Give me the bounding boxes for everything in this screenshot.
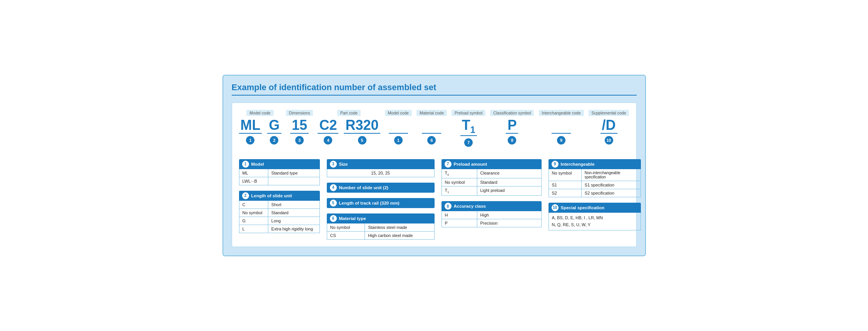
bubble-sm-4: 4 [330, 184, 337, 191]
label-model-code-1: Model code [246, 110, 273, 116]
code-group-material-code: Material code 6 [416, 110, 447, 144]
cell-P-row: P [442, 219, 477, 227]
table-track-rail-length: 5 Length of track rail (320 mm) [327, 198, 435, 208]
label-dimensions: Dimensions [286, 110, 313, 116]
special-spec-text: A, BS, D, E, HB, I , LR, MN N, Q, RE, S,… [549, 213, 641, 230]
bubble-sm-2: 2 [242, 192, 249, 199]
cell-Long: Long [268, 217, 319, 225]
bubble-sm-9: 9 [552, 161, 559, 168]
code-group-supplemental: Supplemental code /D 10 [589, 110, 629, 144]
bubble-5: 5 [358, 136, 366, 144]
table-interchangeable: 9 Interchangeable No symbol Non-intercha… [549, 159, 641, 197]
bubble-sm-10: 10 [552, 204, 559, 211]
table-body-accuracy-class: H High P Precision [442, 211, 542, 227]
code-text-15: 15 [290, 118, 309, 134]
table-header-size: 3 Size [327, 159, 435, 169]
table-header-accuracy-class: 8 Accuracy class [442, 201, 542, 211]
label-preload-symbol: Preload symbol [452, 110, 485, 116]
bubble-1a: 1 [246, 136, 254, 144]
label-supplemental-code: Supplemental code [589, 110, 629, 116]
cell-C: C [239, 201, 268, 208]
table-header-material-type: 6 Material type [327, 213, 435, 223]
code-group-part-code: Part code C2 4 R320 5 [318, 110, 380, 144]
table-header-num-slide-unit: 4 Number of slide unit (2) [327, 183, 435, 193]
code-char-blank1: 1 [389, 118, 408, 144]
table-row: T1 Light preload [442, 187, 541, 195]
spec-line1: A, BS, D, E, HB, I , LR, MN [552, 215, 637, 222]
code-group-model2: Model code 1 [385, 110, 412, 144]
cell-high-carbon: High carbon steel made [365, 232, 434, 239]
bubble-sm-8: 8 [445, 203, 452, 210]
code-char-R320: R320 5 [344, 118, 380, 144]
cell-S2-spec: S2 specification [582, 189, 641, 197]
table-row: G Long [239, 217, 319, 225]
cell-CS: CS [327, 232, 365, 239]
table-title-size: Size [339, 162, 348, 166]
table-body-material-type: No symbol Stainless steel made CS High c… [327, 223, 435, 240]
cell-High: High [477, 211, 541, 219]
bubble-4: 4 [324, 136, 332, 144]
table-cell-LWLB: LWL···B [239, 177, 268, 185]
code-group-preload: Preload symbol T1 7 [452, 110, 485, 147]
table-row: S1 S1 specification [549, 181, 641, 189]
code-text-C2: C2 [318, 118, 338, 134]
tables-section: 1 Model ML Standard type LWL···B [239, 159, 629, 240]
table-header-model: 1 Model [239, 159, 320, 169]
table-row: L Extra high rigidity long [239, 225, 319, 233]
table-body-interchangeable: No symbol Non-interchangeable specificat… [549, 169, 641, 197]
bubble-9: 9 [557, 136, 565, 144]
label-part-code: Part code [337, 110, 361, 116]
code-text-blank1 [389, 118, 408, 134]
bubble-sm-6: 6 [330, 215, 337, 222]
code-char-ML: ML 1 [239, 118, 262, 144]
table-body-size: 15, 20, 25 [327, 169, 435, 177]
table-header-preload-amount: 7 Preload amount [442, 159, 542, 169]
label-model-code-2: Model code [385, 110, 412, 116]
table-row: H High [442, 211, 541, 219]
header-section: Model code ML 1 G 2 Dimensions [239, 110, 629, 150]
code-char-15: 15 3 [290, 118, 309, 144]
table-special-spec: 10 Special specification A, BS, D, E, HB… [549, 203, 641, 230]
cell-size-value: 15, 20, 25 [327, 169, 434, 177]
table-num-slide-unit: 4 Number of slide unit (2) [327, 183, 435, 193]
table-header-slide-unit-length: 2 Length of slide unit [239, 191, 320, 201]
cell-H: H [442, 211, 477, 219]
code-char-C2: C2 4 [318, 118, 338, 144]
cell-extra-high: Extra high rigidity long [268, 225, 319, 233]
table-body-preload-amount: T0 Clearance No symbol Standard T1 Light… [442, 169, 542, 196]
code-text-T1: T1 [460, 118, 477, 136]
cell-L: L [239, 225, 268, 233]
table-material-type: 6 Material type No symbol Stainless stee… [327, 213, 435, 240]
code-char-P: P 8 [506, 118, 518, 144]
cell-S1: S1 [549, 181, 582, 189]
code-char-T1: T1 7 [460, 118, 477, 147]
table-cell-ML: ML [239, 169, 268, 177]
table-title-preload-amount: Preload amount [454, 162, 487, 166]
code-text-R320: R320 [344, 118, 380, 134]
table-accuracy-class: 8 Accuracy class H High P Precision [442, 201, 542, 227]
table-title-special-spec: Special specification [561, 205, 605, 210]
bubble-8: 8 [508, 136, 516, 144]
table-header-interchangeable: 9 Interchangeable [549, 159, 641, 169]
table-title-material-type: Material type [339, 216, 366, 221]
cell-no-symbol-7: No symbol [442, 178, 477, 186]
cell-S2: S2 [549, 189, 582, 197]
bubble-sm-3: 3 [330, 161, 337, 168]
outer-container: Example of identification number of asse… [222, 75, 646, 256]
code-text-P: P [506, 118, 518, 134]
code-text-G: G [267, 118, 281, 134]
table-title-num-slide-unit: Number of slide unit (2) [339, 185, 388, 190]
code-text-ML: ML [239, 118, 262, 134]
table-row: No symbol Non-interchangeable specificat… [549, 169, 641, 181]
table-row: P Precision [442, 219, 541, 227]
cell-no-symbol-6: No symbol [327, 223, 365, 231]
bubble-sm-7: 7 [445, 161, 452, 168]
spec-line2: N, Q, RE, S, U, W, Y [552, 222, 637, 229]
bubble-7: 7 [464, 138, 473, 147]
table-row: CS High carbon steel made [327, 232, 434, 239]
code-char-D: /D 10 [600, 118, 617, 144]
table-title-model: Model [251, 162, 264, 166]
code-char-blank3: 9 [552, 118, 571, 144]
table-row: T0 Clearance [442, 169, 541, 178]
code-char-G: G 2 [267, 118, 281, 144]
